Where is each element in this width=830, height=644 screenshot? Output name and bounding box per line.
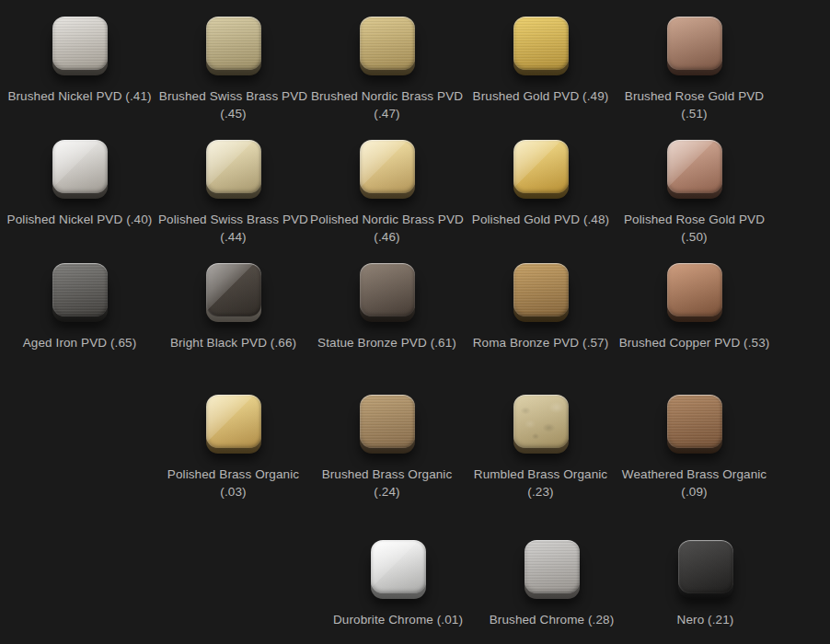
finish-label: Polished Nordic Brass PVD (.46): [310, 211, 464, 246]
swatch-face: [206, 17, 261, 70]
finish-option-brushed-rose-gold-pvd-51: Brushed Rose Gold PVD (.51): [617, 17, 771, 122]
swatch-face: [513, 17, 569, 70]
swatch-face: [52, 263, 108, 316]
finish-label: Polished Swiss Brass PVD (.44): [156, 211, 310, 246]
finish-swatch-statue-bronze-pvd-61[interactable]: [359, 263, 416, 324]
finish-swatch-polished-brass-organic-03[interactable]: [205, 395, 262, 455]
finish-label: Brushed Nordic Brass PVD (.47): [310, 87, 464, 122]
finish-option-rumbled-brass-organic-23: Rumbled Brass Organic (.23): [464, 395, 617, 500]
finish-option-brushed-chrome-28: Brushed Chrome (.28): [475, 540, 628, 628]
finish-label: Brushed Swiss Brass PVD (.45): [156, 87, 310, 122]
finish-swatch-nero-21[interactable]: [677, 540, 734, 601]
finish-swatch-brushed-gold-pvd-49[interactable]: [513, 17, 570, 77]
finish-option-brushed-swiss-brass-pvd-45: Brushed Swiss Brass PVD (.45): [156, 17, 310, 122]
finish-option-brushed-nordic-brass-pvd-47: Brushed Nordic Brass PVD (.47): [310, 17, 464, 122]
finish-option-brushed-copper-pvd-53: Brushed Copper PVD (.53): [617, 263, 771, 351]
finish-label: Polished Gold PVD (.48): [464, 211, 617, 228]
finish-swatch-brushed-rose-gold-pvd-51[interactable]: [666, 17, 723, 77]
swatch-face: [678, 540, 733, 593]
finish-option-statue-bronze-pvd-61: Statue Bronze PVD (.61): [310, 263, 464, 351]
finish-swatch-aged-iron-pvd-65[interactable]: [52, 263, 109, 324]
finish-option-polished-brass-organic-03: Polished Brass Organic (.03): [156, 395, 310, 500]
finish-swatch-durobrite-chrome-01[interactable]: [370, 540, 427, 601]
finish-swatch-weathered-brass-organic-09[interactable]: [666, 395, 723, 455]
finish-swatch-bright-black-pvd-66[interactable]: [205, 263, 262, 324]
finish-row-2: Polished Nickel PVD (.40)Polished Swiss …: [3, 140, 771, 246]
finish-label: Statue Bronze PVD (.61): [310, 334, 464, 351]
swatch-face: [371, 540, 426, 593]
finish-label: Brushed Brass Organic (.24): [310, 466, 464, 500]
finish-swatch-roma-bronze-pvd-57[interactable]: [513, 263, 570, 324]
finish-row-4: Polished Brass Organic (.03)Brushed Bras…: [156, 395, 771, 500]
finish-label: Brushed Nickel PVD (.41): [3, 87, 156, 105]
swatch-face: [206, 140, 261, 193]
finish-option-polished-nordic-brass-pvd-46: Polished Nordic Brass PVD (.46): [310, 140, 464, 246]
finish-option-bright-black-pvd-66: Bright Black PVD (.66): [156, 263, 310, 351]
swatch-face: [52, 140, 108, 193]
finish-label: Brushed Gold PVD (.49): [464, 87, 617, 105]
swatch-face: [525, 540, 580, 593]
finish-option-polished-rose-gold-pvd-50: Polished Rose Gold PVD (.50): [617, 140, 771, 246]
swatch-face: [206, 263, 261, 316]
finish-swatch-polished-gold-pvd-48[interactable]: [513, 140, 570, 201]
finish-label: Nero (.21): [628, 611, 782, 628]
finish-swatch-brushed-nordic-brass-pvd-47[interactable]: [359, 17, 416, 77]
finish-swatch-polished-swiss-brass-pvd-44[interactable]: [205, 140, 262, 201]
finish-option-brushed-brass-organic-24: Brushed Brass Organic (.24): [310, 395, 464, 500]
finish-option-brushed-gold-pvd-49: Brushed Gold PVD (.49): [464, 17, 617, 122]
finish-option-polished-swiss-brass-pvd-44: Polished Swiss Brass PVD (.44): [156, 140, 310, 246]
finish-option-brushed-nickel-pvd-41: Brushed Nickel PVD (.41): [3, 17, 156, 122]
swatch-face: [667, 263, 722, 316]
finish-row-5: Durobrite Chrome (.01)Brushed Chrome (.2…: [321, 540, 782, 628]
finish-option-polished-gold-pvd-48: Polished Gold PVD (.48): [464, 140, 617, 246]
swatch-face: [360, 140, 415, 193]
swatch-face: [52, 17, 108, 70]
finish-swatch-rumbled-brass-organic-23[interactable]: [513, 395, 570, 455]
finish-row-3: Aged Iron PVD (.65)Bright Black PVD (.66…: [3, 263, 771, 351]
finish-label: Brushed Copper PVD (.53): [617, 334, 771, 351]
swatch-face: [667, 140, 722, 193]
swatch-face: [513, 140, 569, 193]
finish-label: Brushed Rose Gold PVD (.51): [617, 87, 771, 122]
finish-swatch-polished-nickel-pvd-40[interactable]: [52, 140, 109, 201]
swatch-face: [360, 17, 415, 70]
finish-swatch-brushed-swiss-brass-pvd-45[interactable]: [205, 17, 262, 77]
finish-label: Durobrite Chrome (.01): [321, 611, 475, 628]
finish-label: Brushed Chrome (.28): [475, 611, 628, 628]
finish-option-nero-21: Nero (.21): [628, 540, 782, 628]
finish-swatch-brushed-brass-organic-24[interactable]: [359, 395, 416, 455]
finish-option-weathered-brass-organic-09: Weathered Brass Organic (.09): [617, 395, 771, 500]
finish-option-polished-nickel-pvd-40: Polished Nickel PVD (.40): [3, 140, 156, 246]
finish-swatch-brushed-nickel-pvd-41[interactable]: [52, 17, 109, 77]
finish-option-roma-bronze-pvd-57: Roma Bronze PVD (.57): [464, 263, 617, 351]
finish-selection-grid: Brushed Nickel PVD (.41)Brushed Swiss Br…: [0, 0, 830, 644]
finish-label: Roma Bronze PVD (.57): [464, 334, 617, 351]
swatch-face: [667, 395, 722, 448]
finish-label: Polished Rose Gold PVD (.50): [617, 211, 771, 246]
finish-swatch-polished-rose-gold-pvd-50[interactable]: [666, 140, 723, 201]
swatch-face: [206, 395, 261, 448]
finish-label: Bright Black PVD (.66): [156, 334, 310, 351]
swatch-face: [360, 395, 415, 448]
finish-option-aged-iron-pvd-65: Aged Iron PVD (.65): [3, 263, 156, 351]
swatch-face: [513, 395, 569, 448]
finish-swatch-brushed-copper-pvd-53[interactable]: [666, 263, 723, 324]
swatch-face: [360, 263, 415, 316]
finish-row-1: Brushed Nickel PVD (.41)Brushed Swiss Br…: [3, 17, 771, 122]
swatch-face: [513, 263, 569, 316]
swatch-face: [667, 17, 722, 70]
finish-label: Polished Brass Organic (.03): [156, 466, 310, 500]
finish-swatch-polished-nordic-brass-pvd-46[interactable]: [359, 140, 416, 201]
finish-option-durobrite-chrome-01: Durobrite Chrome (.01): [321, 540, 475, 628]
finish-label: Rumbled Brass Organic (.23): [464, 466, 617, 500]
finish-label: Weathered Brass Organic (.09): [617, 466, 771, 500]
finish-label: Aged Iron PVD (.65): [3, 334, 156, 351]
finish-swatch-brushed-chrome-28[interactable]: [524, 540, 581, 601]
finish-label: Polished Nickel PVD (.40): [3, 211, 156, 228]
